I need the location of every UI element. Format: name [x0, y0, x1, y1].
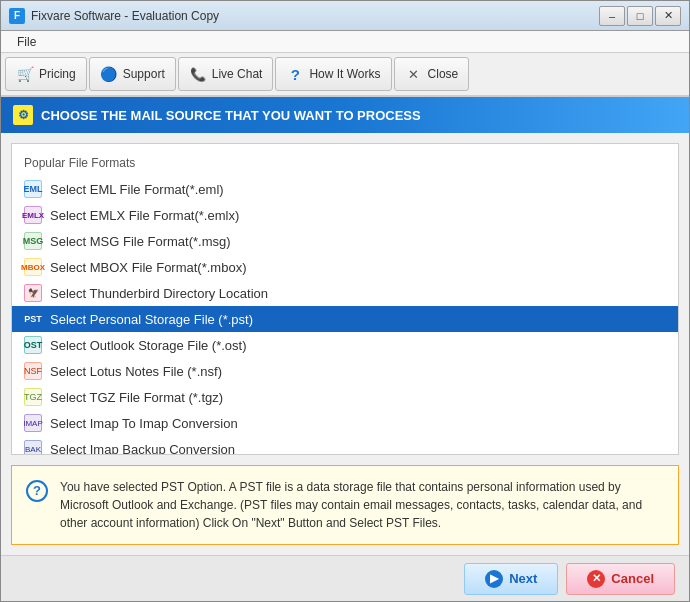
minimize-button[interactable]: – [599, 6, 625, 26]
section-header: ⚙ CHOOSE THE MAIL SOURCE THAT YOU WANT T… [1, 97, 689, 133]
window-title: Fixvare Software - Evaluation Copy [31, 9, 599, 23]
mbox-icon: MBOX [24, 258, 42, 276]
close-toolbar-button[interactable]: ✕ Close [394, 57, 470, 91]
main-content: Popular File Formats EML Select EML File… [1, 133, 689, 555]
title-bar: F Fixvare Software - Evaluation Copy – □… [1, 1, 689, 31]
list-item[interactable]: BAK Select Imap Backup Conversion [12, 436, 678, 455]
cancel-label: Cancel [611, 571, 654, 586]
info-icon: ? [26, 480, 48, 502]
window-controls: – □ ✕ [599, 6, 681, 26]
cancel-button[interactable]: ✕ Cancel [566, 563, 675, 595]
pricing-label: Pricing [39, 67, 76, 81]
support-label: Support [123, 67, 165, 81]
list-item[interactable]: EMLX Select EMLX File Format(*.emlx) [12, 202, 678, 228]
list-item[interactable]: EML Select EML File Format(*.eml) [12, 176, 678, 202]
emlx-icon: EMLX [24, 206, 42, 224]
list-item-pst[interactable]: PST Select Personal Storage File (*.pst) [12, 306, 678, 332]
list-item[interactable]: 🦅 Select Thunderbird Directory Location [12, 280, 678, 306]
cancel-icon: ✕ [587, 570, 605, 588]
imap-icon: IMAP [24, 414, 42, 432]
tb-icon: 🦅 [24, 284, 42, 302]
toolbar: 🛒 Pricing 🔵 Support 📞 Live Chat ? How It… [1, 53, 689, 97]
list-section-title: Popular File Formats [12, 152, 678, 176]
cart-icon: 🛒 [16, 65, 34, 83]
main-window: F Fixvare Software - Evaluation Copy – □… [0, 0, 690, 602]
file-list-panel: Popular File Formats EML Select EML File… [11, 143, 679, 455]
list-item[interactable]: OST Select Outlook Storage File (*.ost) [12, 332, 678, 358]
bottom-bar: ▶ Next ✕ Cancel [1, 555, 689, 601]
menu-file[interactable]: File [9, 33, 44, 51]
list-item[interactable]: NSF Select Lotus Notes File (*.nsf) [12, 358, 678, 384]
live-chat-button[interactable]: 📞 Live Chat [178, 57, 274, 91]
maximize-button[interactable]: □ [627, 6, 653, 26]
question-icon: ? [286, 65, 304, 83]
pricing-button[interactable]: 🛒 Pricing [5, 57, 87, 91]
next-icon: ▶ [485, 570, 503, 588]
how-it-works-label: How It Works [309, 67, 380, 81]
list-item[interactable]: TGZ Select TGZ File Format (*.tgz) [12, 384, 678, 410]
app-icon: F [9, 8, 25, 24]
info-box: ? You have selected PST Option. A PST fi… [11, 465, 679, 545]
list-item[interactable]: IMAP Select Imap To Imap Conversion [12, 410, 678, 436]
window-close-button[interactable]: ✕ [655, 6, 681, 26]
msg-icon: MSG [24, 232, 42, 250]
support-button[interactable]: 🔵 Support [89, 57, 176, 91]
eml-icon: EML [24, 180, 42, 198]
close-icon: ✕ [405, 65, 423, 83]
info-text: You have selected PST Option. A PST file… [60, 478, 664, 532]
next-label: Next [509, 571, 537, 586]
ost-icon: OST [24, 336, 42, 354]
phone-icon: 📞 [189, 65, 207, 83]
next-button[interactable]: ▶ Next [464, 563, 558, 595]
live-chat-label: Live Chat [212, 67, 263, 81]
close-label: Close [428, 67, 459, 81]
header-icon: ⚙ [13, 105, 33, 125]
section-header-text: CHOOSE THE MAIL SOURCE THAT YOU WANT TO … [41, 108, 421, 123]
list-item[interactable]: MSG Select MSG File Format(*.msg) [12, 228, 678, 254]
nsf-icon: NSF [24, 362, 42, 380]
how-it-works-button[interactable]: ? How It Works [275, 57, 391, 91]
menu-bar: File [1, 31, 689, 53]
pst-icon: PST [24, 310, 42, 328]
backup-icon: BAK [24, 440, 42, 455]
tgz-icon: TGZ [24, 388, 42, 406]
support-icon: 🔵 [100, 65, 118, 83]
list-item[interactable]: MBOX Select MBOX File Format(*.mbox) [12, 254, 678, 280]
